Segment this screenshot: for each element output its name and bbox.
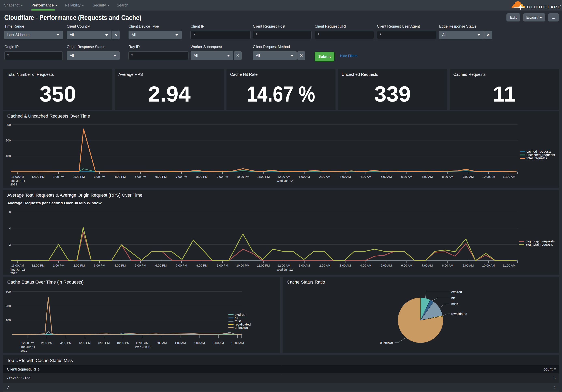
svg-text:2019: 2019 [10,271,17,275]
svg-text:2: 2 [9,243,11,246]
svg-text:3:00 AM: 3:00 AM [340,264,351,267]
svg-text:7:00 PM: 7:00 PM [176,175,187,178]
svg-text:8:00 AM: 8:00 AM [213,341,224,345]
svg-text:10:00 PM: 10:00 PM [236,264,249,267]
svg-text:6:00 AM: 6:00 AM [194,341,205,345]
svg-text:6: 6 [9,210,11,214]
svg-text:9:00 PM: 9:00 PM [217,264,228,267]
svg-text:4:00 PM: 4:00 PM [114,264,126,267]
svg-text:Tue Jun 11: Tue Jun 11 [10,268,25,271]
svg-text:revalidated: revalidated [451,312,467,316]
svg-text:6:00 PM: 6:00 PM [155,264,167,267]
svg-text:2019: 2019 [21,349,27,352]
svg-text:100: 100 [6,318,11,322]
svg-text:7:00 AM: 7:00 AM [422,264,433,267]
svg-text:5:00 AM: 5:00 AM [381,175,392,178]
svg-text:12:00 PM: 12:00 PM [21,341,34,345]
svg-text:1:00 AM: 1:00 AM [299,264,310,267]
svg-text:miss: miss [235,319,241,323]
svg-text:miss: miss [451,302,458,306]
svg-text:10:00 PM: 10:00 PM [117,341,129,345]
svg-text:11:00 AM: 11:00 AM [503,175,515,178]
svg-text:unknown: unknown [380,341,393,344]
svg-text:11:00 AM: 11:00 AM [11,175,24,178]
svg-text:7:00 PM: 7:00 PM [176,264,187,267]
svg-text:10:00 AM: 10:00 AM [482,264,495,267]
svg-text:100: 100 [6,154,11,158]
svg-text:2:00 PM: 2:00 PM [41,341,53,345]
svg-text:6:00 AM: 6:00 AM [401,175,412,178]
svg-text:12:00 PM: 12:00 PM [32,175,45,178]
svg-text:9:00 AM: 9:00 AM [462,264,474,267]
svg-text:6:00 PM: 6:00 PM [79,341,91,345]
svg-text:11:00 PM: 11:00 PM [257,175,270,178]
svg-text:cached_requests: cached_requests [527,150,551,153]
svg-text:4:00 PM: 4:00 PM [114,175,126,178]
svg-text:1:00 PM: 1:00 PM [53,264,64,267]
svg-text:11:00 PM: 11:00 PM [257,264,270,267]
svg-text:10:00 AM: 10:00 AM [231,341,244,345]
svg-text:Wed Jun 12: Wed Jun 12 [277,179,293,183]
svg-text:12:00 PM: 12:00 PM [32,264,45,267]
svg-text:200: 200 [6,304,11,308]
svg-text:Tue Jun 11: Tue Jun 11 [21,345,35,349]
svg-text:6:00 AM: 6:00 AM [401,264,412,267]
svg-text:uncached_requests: uncached_requests [527,153,555,157]
svg-text:1:00 PM: 1:00 PM [53,175,64,178]
svg-text:2:00 AM: 2:00 AM [155,341,167,345]
svg-text:Wed Jun 12: Wed Jun 12 [277,268,293,271]
svg-text:5:00 AM: 5:00 AM [381,264,392,267]
svg-text:Wed Jun 12: Wed Jun 12 [135,345,151,349]
svg-text:8:00 AM: 8:00 AM [442,175,453,178]
svg-text:hit: hit [451,296,455,300]
svg-text:8:00 AM: 8:00 AM [442,264,453,267]
svg-text:expired: expired [235,313,245,316]
svg-text:CLOUDFLARE: CLOUDFLARE [527,5,561,9]
svg-text:3:00 PM: 3:00 PM [94,264,105,267]
svg-text:200: 200 [6,139,11,142]
svg-text:2019: 2019 [10,183,17,186]
svg-text:2:00 PM: 2:00 PM [73,264,85,267]
svg-text:expired: expired [451,290,462,294]
svg-text:3:00 PM: 3:00 PM [94,175,105,178]
svg-text:4:00 AM: 4:00 AM [360,175,371,178]
svg-text:unknown: unknown [235,326,248,329]
svg-text:10:00 PM: 10:00 PM [236,175,249,178]
svg-text:10:00 AM: 10:00 AM [482,175,495,178]
svg-text:4:00 PM: 4:00 PM [60,341,71,345]
svg-text:300: 300 [6,290,11,293]
svg-text:5:00 PM: 5:00 PM [135,264,146,267]
svg-text:12:00 AM: 12:00 AM [136,341,148,345]
svg-text:hit: hit [235,316,238,320]
svg-text:7:00 AM: 7:00 AM [422,175,433,178]
svg-text:Tue Jun 11: Tue Jun 11 [10,179,25,183]
svg-text:avg_total_requests: avg_total_requests [526,243,553,246]
svg-text:8:00 PM: 8:00 PM [196,175,208,178]
svg-text:3:00 AM: 3:00 AM [340,175,351,178]
svg-text:6:00 PM: 6:00 PM [155,175,167,178]
svg-text:8:00 PM: 8:00 PM [98,341,110,345]
svg-text:2:00 PM: 2:00 PM [73,175,85,178]
svg-text:avg_origin_requests: avg_origin_requests [526,240,555,243]
svg-text:12:00 AM: 12:00 AM [277,264,290,267]
svg-text:11:00 AM: 11:00 AM [503,264,515,267]
svg-text:4:00 AM: 4:00 AM [175,341,186,345]
svg-text:5:00 PM: 5:00 PM [135,175,146,178]
svg-text:revalidated: revalidated [235,323,251,326]
svg-text:1:00 AM: 1:00 AM [299,175,310,178]
svg-text:8:00 PM: 8:00 PM [196,264,208,267]
svg-text:9:00 AM: 9:00 AM [462,175,474,178]
svg-text:total_requests: total_requests [527,156,547,160]
svg-text:11:00 AM: 11:00 AM [11,264,24,267]
svg-text:4:00 AM: 4:00 AM [360,264,371,267]
svg-text:300: 300 [6,123,11,127]
svg-text:9:00 PM: 9:00 PM [217,175,228,178]
svg-text:4: 4 [9,227,11,230]
svg-text:2:00 AM: 2:00 AM [319,175,330,178]
svg-text:12:00 AM: 12:00 AM [277,175,290,178]
svg-text:2:00 AM: 2:00 AM [319,264,330,267]
